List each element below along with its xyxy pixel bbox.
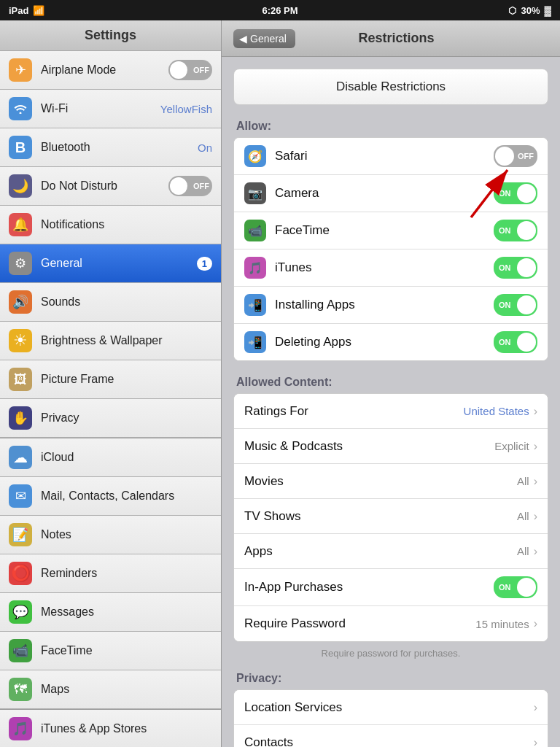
camera-icon: 📷 xyxy=(244,182,266,204)
camera-row[interactable]: 📷 Camera xyxy=(234,175,548,212)
sidebar-item-general[interactable]: ⚙ General 1 xyxy=(0,244,221,283)
sidebar-item-mail[interactable]: ✉ Mail, Contacts, Calendars xyxy=(0,477,221,516)
sidebar-header: Settings xyxy=(0,20,221,51)
installing-apps-toggle[interactable] xyxy=(494,294,537,316)
itunes-icon: 🎵 xyxy=(9,717,32,740)
apps-row[interactable]: Apps All › xyxy=(234,534,548,569)
music-podcasts-label: Music & Podcasts xyxy=(244,439,494,454)
deleting-apps-label: Deleting Apps xyxy=(275,335,494,349)
sidebar-item-privacy[interactable]: ✋ Privacy xyxy=(0,399,221,438)
facetime-restrictions-row[interactable]: 📹 FaceTime xyxy=(234,212,548,249)
require-password-label: Require Password xyxy=(244,616,475,631)
facetime-toggle[interactable] xyxy=(494,220,537,241)
sidebar-item-bluetooth[interactable]: B Bluetooth On xyxy=(0,128,221,167)
require-password-value: 15 minutes xyxy=(475,618,529,630)
airplane-label: Airplane Mode xyxy=(41,63,168,77)
tv-shows-label: TV Shows xyxy=(244,509,517,524)
installing-apps-label: Installing Apps xyxy=(275,298,494,312)
movies-label: Movies xyxy=(244,474,517,489)
contacts-row[interactable]: Contacts › xyxy=(234,725,548,747)
movies-chevron: › xyxy=(534,475,537,488)
ratings-for-row[interactable]: Ratings For United States › xyxy=(234,394,548,429)
movies-row[interactable]: Movies All › xyxy=(234,464,548,499)
deleting-apps-toggle[interactable] xyxy=(494,331,537,353)
safari-toggle[interactable] xyxy=(494,145,537,167)
itunes-restrictions-row[interactable]: 🎵 iTunes xyxy=(234,249,548,287)
sidebar-item-itunes[interactable]: 🎵 iTunes & App Stores xyxy=(0,710,221,747)
sidebar-item-airplane-mode[interactable]: ✈ Airplane Mode xyxy=(0,51,221,90)
sidebar-item-brightness[interactable]: ☀ Brightness & Wallpaper xyxy=(0,322,221,360)
sidebar-item-wifi[interactable]: Wi-Fi YellowFish xyxy=(0,90,221,128)
sidebar: Settings ✈ Airplane Mode Wi-Fi YellowFis… xyxy=(0,20,222,747)
allowed-content-group: Ratings For United States › Music & Podc… xyxy=(233,393,548,642)
wifi-icon xyxy=(9,97,32,120)
sidebar-item-icloud[interactable]: ☁ iCloud xyxy=(0,438,221,477)
itunes-label: iTunes & App Stores xyxy=(41,722,212,735)
facetime-restrictions-label: FaceTime xyxy=(275,223,494,238)
in-app-purchases-row[interactable]: In-App Purchases xyxy=(234,569,548,606)
sidebar-item-picture-frame[interactable]: 🖼 Picture Frame xyxy=(0,360,221,399)
bluetooth-value: On xyxy=(198,142,212,154)
apps-label: Apps xyxy=(244,544,517,559)
general-badge: 1 xyxy=(197,257,212,271)
safari-row[interactable]: 🧭 Safari xyxy=(234,138,548,175)
bluetooth-label: Bluetooth xyxy=(41,141,198,154)
dnd-toggle[interactable] xyxy=(168,176,212,196)
back-button[interactable]: ◀ General xyxy=(233,29,295,48)
require-password-row[interactable]: Require Password 15 minutes › xyxy=(234,606,548,641)
allowed-content-section-label: Allowed Content: xyxy=(233,376,548,389)
airplane-toggle[interactable] xyxy=(168,60,212,80)
location-services-row[interactable]: Location Services › xyxy=(234,690,548,725)
camera-label: Camera xyxy=(275,186,494,201)
tv-shows-chevron: › xyxy=(534,510,537,523)
camera-toggle[interactable] xyxy=(494,182,537,204)
back-button-label: General xyxy=(250,33,287,44)
password-help-text: Require password for purchases. xyxy=(233,648,548,659)
right-panel-header: ◀ General Restrictions xyxy=(222,20,560,57)
sidebar-item-facetime[interactable]: 📹 FaceTime xyxy=(0,632,221,670)
location-services-label: Location Services xyxy=(244,700,534,715)
privacy-label: Privacy xyxy=(41,411,212,425)
maps-icon: 🗺 xyxy=(9,678,32,701)
notifications-icon: 🔔 xyxy=(9,213,32,236)
contacts-chevron: › xyxy=(534,736,537,748)
tv-shows-row[interactable]: TV Shows All › xyxy=(234,499,548,534)
installing-apps-row[interactable]: 📲 Installing Apps xyxy=(234,287,548,324)
itunes-restrictions-icon: 🎵 xyxy=(244,257,266,279)
wifi-label: Wi-Fi xyxy=(41,102,160,115)
sidebar-item-notes[interactable]: 📝 Notes xyxy=(0,516,221,554)
reminders-label: Reminders xyxy=(41,567,212,580)
itunes-toggle[interactable] xyxy=(494,257,537,279)
ratings-for-value: United States xyxy=(464,405,529,417)
sidebar-item-messages[interactable]: 💬 Messages xyxy=(0,593,221,632)
mail-label: Mail, Contacts, Calendars xyxy=(41,489,212,503)
sidebar-item-dnd[interactable]: 🌙 Do Not Disturb xyxy=(0,167,221,206)
sidebar-item-reminders[interactable]: ⭕ Reminders xyxy=(0,554,221,593)
bluetooth-status-icon: ⬡ xyxy=(508,5,516,16)
music-podcasts-chevron: › xyxy=(534,440,537,453)
sidebar-item-sounds[interactable]: 🔊 Sounds xyxy=(0,283,221,322)
sidebar-item-notifications[interactable]: 🔔 Notifications xyxy=(0,206,221,244)
location-services-chevron: › xyxy=(534,701,537,714)
tv-shows-value: All xyxy=(517,510,529,522)
movies-value: All xyxy=(517,475,529,487)
right-panel-inner: ◀ General Restrictions Disable Restricti… xyxy=(222,20,560,747)
picture-frame-icon: 🖼 xyxy=(9,368,32,391)
in-app-purchases-toggle[interactable] xyxy=(494,576,537,598)
right-panel: ◀ General Restrictions Disable Restricti… xyxy=(222,20,560,747)
sidebar-item-maps[interactable]: 🗺 Maps xyxy=(0,670,221,709)
music-podcasts-row[interactable]: Music & Podcasts Explicit › xyxy=(234,429,548,464)
disable-restrictions-button[interactable]: Disable Restrictions xyxy=(233,69,548,105)
allow-settings-group: 🧭 Safari 📷 Camera 📹 xyxy=(233,137,548,361)
deleting-apps-row[interactable]: 📲 Deleting Apps xyxy=(234,324,548,360)
itunes-restrictions-label: iTunes xyxy=(275,260,494,275)
privacy-icon: ✋ xyxy=(9,406,32,430)
status-bar: iPad 📶 6:26 PM ⬡ 30% ▓ xyxy=(0,0,560,20)
messages-icon: 💬 xyxy=(9,600,32,624)
ratings-for-label: Ratings For xyxy=(244,404,464,419)
music-podcasts-value: Explicit xyxy=(494,440,529,452)
dnd-icon: 🌙 xyxy=(9,174,32,198)
safari-icon: 🧭 xyxy=(244,145,266,167)
right-panel-title: Restrictions xyxy=(295,31,497,46)
installing-apps-icon: 📲 xyxy=(244,294,266,316)
